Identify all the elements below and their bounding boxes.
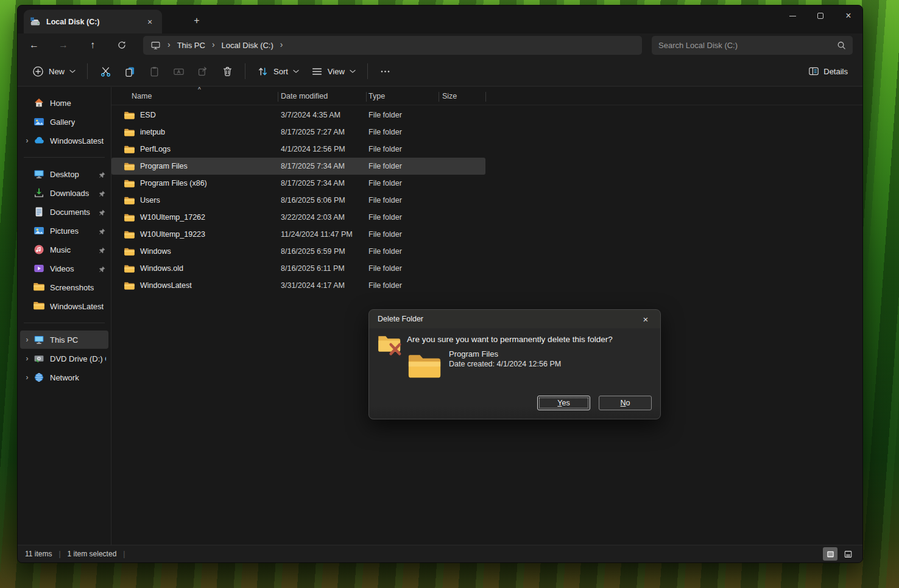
file-date-modified: 8/16/2025 6:11 PM: [278, 264, 366, 273]
paste-button[interactable]: [142, 61, 166, 82]
sidebar-item-desktop[interactable]: Desktop: [20, 165, 108, 183]
yes-button[interactable]: Yes: [537, 396, 590, 410]
pin-icon: [98, 265, 106, 273]
minimize-button[interactable]: [778, 5, 806, 26]
details-view-toggle[interactable]: [823, 547, 837, 561]
sidebar-item-windowslatest-pe[interactable]: ›WindowsLatest - Pe: [20, 131, 108, 150]
file-row-windows[interactable]: Windows8/16/2025 6:59 PMFile folder: [111, 243, 485, 260]
share-button[interactable]: [191, 61, 215, 82]
minimize-icon: [789, 16, 796, 16]
sidebar-item-pictures[interactable]: Pictures: [20, 222, 108, 240]
sidebar-item-documents[interactable]: Documents: [20, 203, 108, 221]
view-button[interactable]: View: [305, 61, 362, 82]
refresh-button[interactable]: [111, 36, 132, 54]
no-button[interactable]: No: [599, 396, 652, 410]
expand-chevron-icon[interactable]: ›: [23, 373, 32, 382]
chevron-down-icon: [293, 69, 299, 74]
file-row-perflogs[interactable]: PerfLogs4/1/2024 12:56 PMFile folder: [111, 141, 485, 158]
cut-icon: [100, 66, 111, 77]
file-name-cell: Windows.old: [111, 264, 278, 273]
file-row-w10ultemp-19223[interactable]: W10Ultemp_1922311/24/2024 11:47 PMFile f…: [111, 226, 485, 243]
maximize-button[interactable]: [806, 5, 834, 26]
column-header-name[interactable]: Name: [132, 92, 152, 100]
breadcrumb-this-pc[interactable]: This PC: [177, 41, 205, 50]
sidebar-item-label: This PC: [50, 335, 78, 345]
sidebar-item-network[interactable]: ›Network: [20, 368, 108, 387]
file-type: File folder: [366, 179, 439, 187]
delete-icon: [222, 66, 233, 77]
more-options-button[interactable]: [373, 61, 398, 82]
file-date-modified: 11/24/2024 11:47 PM: [278, 230, 366, 239]
search-box[interactable]: [652, 36, 853, 55]
dialog-title-bar[interactable]: Delete Folder ×: [369, 310, 660, 328]
sidebar-item-this-pc[interactable]: ›This PC: [20, 331, 108, 349]
sidebar-item-windowslatest[interactable]: WindowsLatest: [20, 297, 108, 315]
file-row-w10ultemp-17262[interactable]: W10Ultemp_172623/22/2024 2:03 AMFile fol…: [111, 209, 485, 226]
sidebar-item-downloads[interactable]: Downloads: [20, 184, 108, 202]
sidebar-item-label: Desktop: [50, 170, 79, 179]
dvd-icon: [33, 353, 44, 364]
delete-folder-dialog: Delete Folder × Are you sure you want to…: [368, 309, 661, 419]
sidebar-item-gallery[interactable]: Gallery: [20, 113, 108, 131]
this-pc-icon: [150, 40, 161, 51]
new-tab-button[interactable]: +: [189, 13, 204, 28]
downloads-icon: [33, 187, 44, 198]
close-button[interactable]: ×: [834, 5, 862, 26]
videos-icon: [33, 263, 44, 274]
up-button[interactable]: ↑: [82, 36, 103, 54]
address-bar[interactable]: › This PC › Local Disk (C:) ›: [143, 36, 642, 55]
file-row-inetpub[interactable]: inetpub8/17/2025 7:27 AMFile folder: [111, 124, 485, 141]
file-name: Users: [140, 196, 160, 205]
sidebar-item-music[interactable]: Music: [20, 240, 108, 259]
expand-chevron-icon[interactable]: ›: [23, 136, 32, 145]
column-divider[interactable]: [278, 92, 278, 102]
file-row-users[interactable]: Users8/16/2025 6:06 PMFile folder: [111, 192, 485, 209]
cut-button[interactable]: [93, 61, 118, 82]
file-row-windowslatest[interactable]: WindowsLatest3/31/2024 4:17 AMFile folde…: [111, 277, 485, 294]
file-name: W10Ultemp_17262: [140, 213, 205, 222]
column-divider[interactable]: [366, 92, 367, 102]
column-header-date-modified[interactable]: Date modified: [281, 92, 328, 100]
forward-button[interactable]: →: [53, 36, 74, 54]
sidebar-item-screenshots[interactable]: Screenshots: [20, 278, 108, 296]
sidebar-item-videos[interactable]: Videos: [20, 259, 108, 278]
refresh-icon: [117, 40, 127, 50]
desktop-icon: [33, 169, 44, 180]
tab-close-icon[interactable]: ×: [144, 16, 156, 28]
rename-button[interactable]: [166, 61, 191, 82]
thispc-icon: [33, 334, 44, 345]
file-row-windows-old[interactable]: Windows.old8/16/2025 6:11 PMFile folder: [111, 260, 485, 277]
breadcrumb-local-disk-c[interactable]: Local Disk (C:): [222, 41, 273, 50]
column-header-type[interactable]: Type: [368, 92, 385, 100]
column-divider[interactable]: [485, 92, 486, 102]
dialog-close-icon[interactable]: ×: [640, 314, 652, 324]
file-row-program-files[interactable]: Program Files8/17/2025 7:34 AMFile folde…: [111, 158, 485, 175]
expand-chevron-icon[interactable]: ›: [23, 335, 32, 344]
details-pane-button[interactable]: Details: [802, 61, 854, 82]
delete-button[interactable]: [215, 61, 239, 82]
view-toggles: [823, 547, 855, 561]
search-input[interactable]: [658, 41, 837, 50]
file-date-modified: 3/22/2024 2:03 AM: [278, 213, 366, 222]
new-button[interactable]: New: [26, 61, 82, 82]
expand-chevron-icon[interactable]: ›: [23, 354, 32, 363]
sort-icon: [257, 66, 269, 77]
sort-button[interactable]: Sort: [251, 61, 305, 82]
back-button[interactable]: ←: [24, 36, 44, 54]
sidebar-item-home[interactable]: Home: [20, 94, 108, 112]
file-explorer-window: Local Disk (C:) × + × ← → ↑ › This PC › …: [17, 5, 863, 563]
column-divider[interactable]: [439, 92, 439, 102]
column-header-size[interactable]: Size: [442, 92, 457, 100]
navigation-bar: ← → ↑ › This PC › Local Disk (C:) ›: [18, 33, 862, 57]
large-icons-view-toggle[interactable]: [841, 547, 855, 561]
tab-local-disk-c[interactable]: Local Disk (C:) ×: [24, 10, 162, 33]
file-row-program-files-x86[interactable]: Program Files (x86)8/17/2025 7:34 AMFile…: [111, 175, 485, 192]
share-icon: [197, 66, 209, 77]
folder-icon: [124, 128, 135, 137]
copy-button[interactable]: [118, 61, 142, 82]
file-rows: ESD3/7/2024 4:35 AMFile folderinetpub8/1…: [111, 107, 862, 294]
sidebar-item-dvd-drive-d-ccc[interactable]: ›DVD Drive (D:) CCC: [20, 349, 108, 368]
file-type: File folder: [366, 145, 439, 153]
file-row-esd[interactable]: ESD3/7/2024 4:35 AMFile folder: [111, 107, 485, 124]
status-bar: 11 items | 1 item selected |: [18, 545, 862, 562]
